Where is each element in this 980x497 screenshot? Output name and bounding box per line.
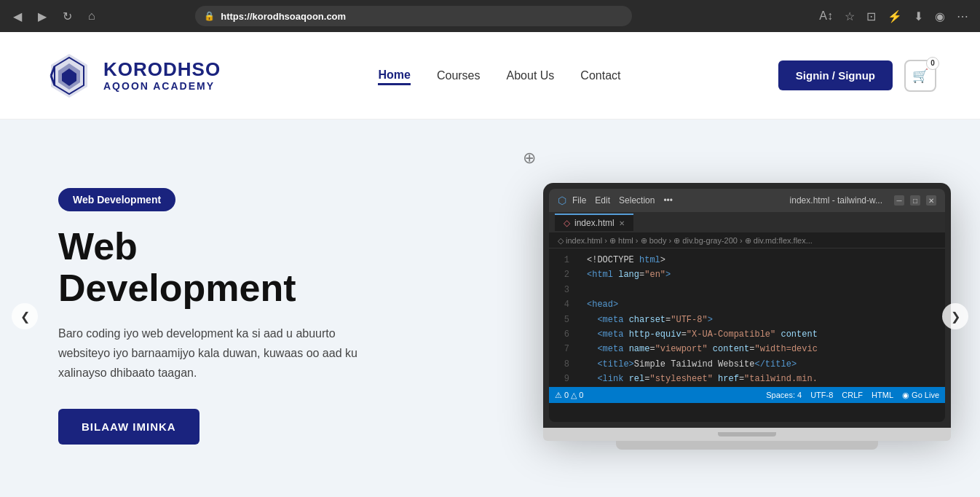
main-nav: Home Courses About Us Contact	[378, 66, 620, 85]
laptop-notch	[718, 432, 776, 437]
address-bar[interactable]: 🔒 https://korodhsoaqoon.com	[195, 6, 632, 26]
hero-badge: Web Development	[58, 188, 175, 211]
vscode-breadcrumb: ◇ index.html › ⊕ html › ⊕ body › ⊕ div.b…	[549, 232, 945, 248]
hero-section: Web Development Web Development Baro cod…	[0, 120, 980, 497]
minimize-button[interactable]: ─	[894, 195, 904, 206]
extensions-button[interactable]: ⚡	[885, 7, 905, 26]
prev-arrow[interactable]: ❮	[12, 303, 38, 329]
breadcrumb-text: ◇ index.html › ⊕ html › ⊕ body › ⊕ div.b…	[558, 236, 813, 245]
nav-about[interactable]: About Us	[507, 66, 555, 85]
vscode-statusbar: ⚠ 0 △ 0 Spaces: 4 UTF-8 CRLF HTML ◉ Go L…	[549, 387, 945, 403]
reload-button[interactable]: ↻	[58, 7, 76, 26]
header: KORODHSO AQOON ACADEMY Home Courses Abou…	[0, 32, 980, 120]
vscode-body: 123456789 <!DOCTYPE html> <html lang="en…	[549, 248, 945, 387]
logo-icon	[44, 50, 95, 101]
browser-chrome: ◀ ▶ ↻ ⌂ 🔒 https://korodhsoaqoon.com A↕ ☆…	[0, 0, 980, 32]
browser-actions: A↕ ☆ ⊡ ⚡ ⬇ ◉ ⋯	[816, 7, 971, 26]
logo-text: KORODHSO AQOON ACADEMY	[103, 59, 221, 92]
back-button[interactable]: ◀	[9, 7, 26, 26]
nav-home[interactable]: Home	[378, 66, 410, 85]
statusbar-right: Spaces: 4 UTF-8 CRLF HTML ◉ Go Live	[766, 391, 939, 400]
lock-icon: 🔒	[204, 11, 215, 21]
line-numbers: 123456789	[549, 248, 578, 387]
tab-icon: ◇	[564, 218, 570, 228]
statusbar-errors: ⚠ 0 △ 0	[555, 391, 583, 400]
hero-image: ⬡ File Edit Selection ••• index.html - t…	[543, 183, 951, 450]
vscode-icon: ⬡	[558, 195, 566, 206]
statusbar-eol: CRLF	[842, 391, 863, 400]
menu-more[interactable]: •••	[663, 195, 673, 206]
profile-button[interactable]: ◉	[932, 7, 948, 26]
home-button[interactable]: ⌂	[84, 7, 100, 26]
tab-close-icon[interactable]: ✕	[619, 219, 625, 227]
statusbar-spaces: Spaces: 4	[766, 391, 802, 400]
statusbar-encoding: UTF-8	[810, 391, 833, 400]
hero-title: Web Development	[58, 226, 379, 309]
hero-content: Web Development Web Development Baro cod…	[0, 144, 437, 489]
code-area: <!DOCTYPE html> <html lang="en"> <head> …	[578, 248, 945, 387]
statusbar-lang: HTML	[872, 391, 893, 400]
statusbar-golive[interactable]: ◉ Go Live	[902, 391, 939, 400]
menu-selection[interactable]: Selection	[619, 195, 655, 206]
hero-description: Baro coding iyo web development ka si aa…	[58, 324, 379, 383]
nav-contact[interactable]: Contact	[580, 66, 620, 85]
vscode-tabs: ◇ index.html ✕	[549, 212, 945, 232]
vscode-filename: index.html - tailwind-w...	[790, 195, 882, 206]
cart-count: 0	[926, 57, 939, 70]
close-button[interactable]: ✕	[926, 195, 936, 206]
maximize-button[interactable]: □	[910, 195, 920, 206]
laptop-outer: ⬡ File Edit Selection ••• index.html - t…	[543, 183, 951, 428]
address-text: https://korodhsoaqoon.com	[221, 11, 346, 22]
signin-button[interactable]: Signin / Signup	[778, 60, 893, 90]
menu-edit[interactable]: Edit	[595, 195, 610, 206]
star-button[interactable]: ☆	[842, 7, 858, 26]
vscode-titlebar: ⬡ File Edit Selection ••• index.html - t…	[549, 189, 945, 212]
cta-button[interactable]: BILAAW IMINKA	[58, 409, 199, 445]
logo-name: KORODHSO	[103, 59, 221, 80]
split-view-button[interactable]: ⊡	[864, 7, 879, 26]
laptop-stand	[616, 441, 878, 450]
logo-subtitle: AQOON ACADEMY	[103, 80, 221, 92]
menu-file[interactable]: File	[572, 195, 586, 206]
laptop-screen: ⬡ File Edit Selection ••• index.html - t…	[549, 189, 945, 422]
download-button[interactable]: ⬇	[911, 7, 926, 26]
active-tab[interactable]: ◇ index.html ✕	[555, 214, 633, 231]
window-buttons: ─ □ ✕	[894, 195, 936, 206]
logo[interactable]: KORODHSO AQOON ACADEMY	[44, 50, 221, 101]
cart-icon: 🛒	[912, 68, 928, 84]
focus-icon: ⊕	[523, 149, 536, 168]
website: KORODHSO AQOON ACADEMY Home Courses Abou…	[0, 32, 980, 497]
cart-button[interactable]: 🛒 0	[904, 60, 936, 92]
vscode-menu: File Edit Selection •••	[572, 195, 673, 206]
more-button[interactable]: ⋯	[954, 7, 971, 26]
forward-button[interactable]: ▶	[33, 7, 51, 26]
text-size-button[interactable]: A↕	[816, 7, 836, 26]
nav-courses[interactable]: Courses	[437, 66, 481, 85]
next-arrow[interactable]: ❯	[942, 303, 968, 329]
tab-label: index.html	[574, 218, 615, 228]
nav-right: Signin / Signup 🛒 0	[778, 60, 936, 92]
laptop-base	[543, 428, 951, 441]
